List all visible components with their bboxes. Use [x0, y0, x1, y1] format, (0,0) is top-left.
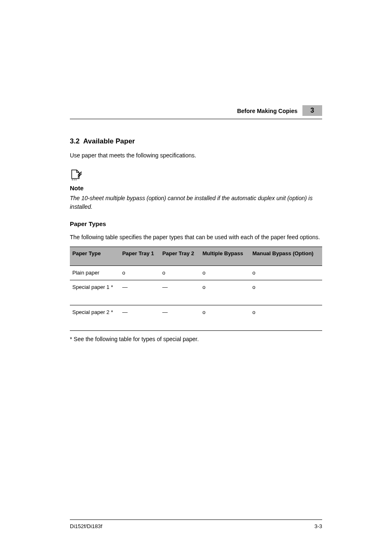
- table-cell: o: [200, 266, 250, 280]
- note-block: Note The 10-sheet multiple bypass (optio…: [70, 168, 322, 211]
- table-cell: o: [200, 280, 250, 305]
- chapter-marker: 3: [302, 105, 322, 116]
- table-row: Plain paper o o o o: [70, 266, 322, 280]
- section-number: 3.2: [70, 137, 80, 145]
- footer-page: 3-3: [314, 523, 322, 529]
- paper-types-table: Paper Type Paper Tray 1 Paper Tray 2 Mul…: [70, 247, 322, 331]
- subsection-heading: Paper Types: [70, 220, 322, 227]
- table-cell: —: [120, 280, 160, 305]
- table-cell: o: [250, 280, 322, 305]
- table-cell: o: [200, 305, 250, 330]
- table-intro: The following table specifies the paper …: [70, 233, 322, 242]
- table-row: Special paper 1 * — — o o: [70, 280, 322, 305]
- table-cell: —: [160, 280, 200, 305]
- col-header: Paper Tray 1: [120, 247, 160, 266]
- note-text: The 10-sheet multiple bypass (option) ca…: [70, 194, 322, 211]
- table-cell: Special paper 1 *: [70, 280, 120, 305]
- col-header: Paper Type: [70, 247, 120, 266]
- table-cell: —: [160, 305, 200, 330]
- intro-text: Use paper that meets the following speci…: [70, 151, 322, 160]
- svg-point-0: [72, 179, 73, 180]
- svg-point-1: [74, 179, 74, 180]
- col-header: Paper Tray 2: [160, 247, 200, 266]
- table-cell: o: [250, 266, 322, 280]
- table-cell: o: [120, 266, 160, 280]
- section-title: Available Paper: [83, 137, 135, 145]
- col-header: Manual Bypass (Option): [250, 247, 322, 266]
- table-cell: Plain paper: [70, 266, 120, 280]
- table-cell: o: [160, 266, 200, 280]
- table-header-row: Paper Type Paper Tray 1 Paper Tray 2 Mul…: [70, 247, 322, 266]
- note-icon: [70, 168, 88, 182]
- note-title: Note: [70, 185, 322, 192]
- table-cell: o: [250, 305, 322, 330]
- section-heading: 3.2 Available Paper: [70, 137, 322, 145]
- table-footnote: * See the following table for types of s…: [70, 335, 322, 344]
- table-cell: —: [120, 305, 160, 330]
- table-row: Special paper 2 * — — o o: [70, 305, 322, 330]
- col-header: Multiple Bypass: [200, 247, 250, 266]
- header-rule: Before Making Copies 3: [70, 107, 322, 119]
- svg-point-2: [76, 179, 76, 180]
- page-footer: Di152f/Di183f 3-3: [70, 519, 322, 529]
- table-cell: Special paper 2 *: [70, 305, 120, 330]
- header-title: Before Making Copies: [237, 108, 297, 114]
- footer-model: Di152f/Di183f: [70, 523, 102, 529]
